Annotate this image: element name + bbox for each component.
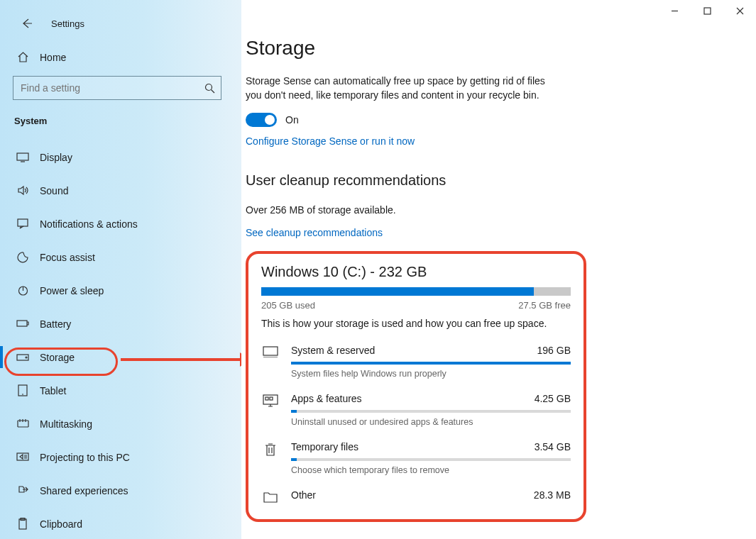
sidebar-item-label: Multitasking <box>40 418 92 430</box>
sidebar: Settings Home System Display Sound Notif… <box>0 0 241 539</box>
sidebar-item-battery[interactable]: Battery <box>0 307 241 340</box>
configure-storage-sense-link[interactable]: Configure Storage Sense or run it now <box>246 135 728 147</box>
sidebar-item-focus-assist[interactable]: Focus assist <box>0 240 241 274</box>
sidebar-item-clipboard[interactable]: Clipboard <box>0 507 241 539</box>
category-heading: System <box>0 113 241 140</box>
tablet-icon <box>16 384 30 396</box>
sound-icon <box>16 185 30 196</box>
home-row[interactable]: Home <box>0 44 241 70</box>
sidebar-item-label: Storage <box>40 352 75 363</box>
sidebar-item-label: Focus assist <box>40 252 95 263</box>
cat-name: Temporary files <box>291 441 358 452</box>
sidebar-item-label: Clipboard <box>40 518 82 530</box>
battery-icon <box>16 320 30 328</box>
sidebar-item-label: Battery <box>40 318 71 330</box>
cat-name: System & reserved <box>291 345 375 356</box>
sidebar-item-label: Tablet <box>40 385 66 396</box>
toggle-label: On <box>285 114 299 126</box>
cat-name: Other <box>291 489 316 501</box>
category-temp-files[interactable]: Temporary files3.54 GB Choose which temp… <box>261 435 571 484</box>
maximize-button[interactable] <box>691 0 723 21</box>
app-title: Settings <box>51 18 84 29</box>
display-icon <box>16 152 30 162</box>
cat-size: 3.54 GB <box>535 441 571 452</box>
cat-size: 28.3 MB <box>534 489 571 501</box>
drive-used-label: 205 GB used <box>261 300 315 311</box>
svg-rect-12 <box>263 347 278 355</box>
cleanup-desc: Over 256 MB of storage available. <box>246 203 551 217</box>
cat-size: 4.25 GB <box>535 393 571 404</box>
cat-sub: Uninstall unused or undesired apps & fea… <box>291 417 571 427</box>
sidebar-item-notifications[interactable]: Notifications & actions <box>0 207 241 240</box>
cat-sub: System files help Windows run properly <box>291 369 571 379</box>
main-panel: Storage Storage Sense can automatically … <box>241 0 756 539</box>
system-icon <box>261 345 280 357</box>
multitasking-icon <box>16 418 30 429</box>
close-button[interactable] <box>723 0 756 21</box>
cat-name: Apps & features <box>291 393 362 404</box>
storage-icon <box>16 354 30 361</box>
sidebar-item-tablet[interactable]: Tablet <box>0 374 241 407</box>
clipboard-icon <box>16 518 30 530</box>
sidebar-item-power-sleep[interactable]: Power & sleep <box>0 274 241 307</box>
minimize-button[interactable] <box>658 0 691 21</box>
drive-usage-bar <box>261 287 571 296</box>
sidebar-item-label: Shared experiences <box>40 485 128 496</box>
svg-point-6 <box>26 357 27 358</box>
storage-sense-toggle[interactable] <box>246 113 277 127</box>
svg-rect-1 <box>17 153 28 160</box>
sidebar-item-label: Projecting to this PC <box>40 452 130 463</box>
power-icon <box>16 285 30 296</box>
sidebar-item-label: Sound <box>40 185 68 196</box>
svg-point-0 <box>205 84 212 90</box>
drive-c-panel: Windows 10 (C:) - 232 GB 205 GB used 27.… <box>246 251 586 522</box>
sidebar-item-shared-experiences[interactable]: Shared experiences <box>0 474 241 507</box>
svg-rect-11 <box>704 8 711 14</box>
svg-rect-15 <box>270 397 273 400</box>
svg-rect-4 <box>17 321 27 326</box>
notifications-icon <box>16 218 30 229</box>
search-icon <box>198 83 221 94</box>
apps-icon <box>261 393 280 407</box>
cat-sub: Choose which temporary files to remove <box>291 465 571 475</box>
svg-rect-2 <box>18 219 28 226</box>
sidebar-item-label: Power & sleep <box>40 285 104 296</box>
focus-assist-icon <box>16 252 30 263</box>
svg-rect-14 <box>265 397 268 400</box>
cat-size: 196 GB <box>537 345 571 356</box>
sidebar-item-label: Notifications & actions <box>40 218 138 230</box>
drive-desc: This is how your storage is used and how… <box>261 318 571 329</box>
sidebar-item-storage[interactable]: Storage <box>0 340 241 374</box>
search-box[interactable] <box>13 76 221 100</box>
sidebar-item-label: Display <box>40 152 72 163</box>
storage-sense-desc: Storage Sense can automatically free up … <box>246 74 551 103</box>
drive-free-label: 27.5 GB free <box>518 300 571 311</box>
home-label: Home <box>40 52 66 63</box>
sidebar-item-sound[interactable]: Sound <box>0 174 241 207</box>
page-title: Storage <box>246 37 728 60</box>
sidebar-item-multitasking[interactable]: Multitasking <box>0 407 241 440</box>
cleanup-heading: User cleanup recommendations <box>246 172 728 189</box>
sidebar-item-projecting[interactable]: Projecting to this PC <box>0 440 241 474</box>
cleanup-recommendations-link[interactable]: See cleanup recommendations <box>246 227 728 238</box>
category-apps-features[interactable]: Apps & features4.25 GB Uninstall unused … <box>261 387 571 435</box>
drive-title: Windows 10 (C:) - 232 GB <box>261 264 571 280</box>
folder-icon <box>261 489 280 504</box>
back-button[interactable] <box>14 11 38 35</box>
shared-icon <box>16 485 30 496</box>
home-icon <box>16 51 30 63</box>
search-input[interactable] <box>13 82 198 94</box>
trash-icon <box>261 441 280 457</box>
sidebar-item-display[interactable]: Display <box>0 140 241 174</box>
category-system-reserved[interactable]: System & reserved196 GB System files hel… <box>261 339 571 387</box>
category-other[interactable]: Other28.3 MB <box>261 484 571 512</box>
projecting-icon <box>16 452 30 462</box>
